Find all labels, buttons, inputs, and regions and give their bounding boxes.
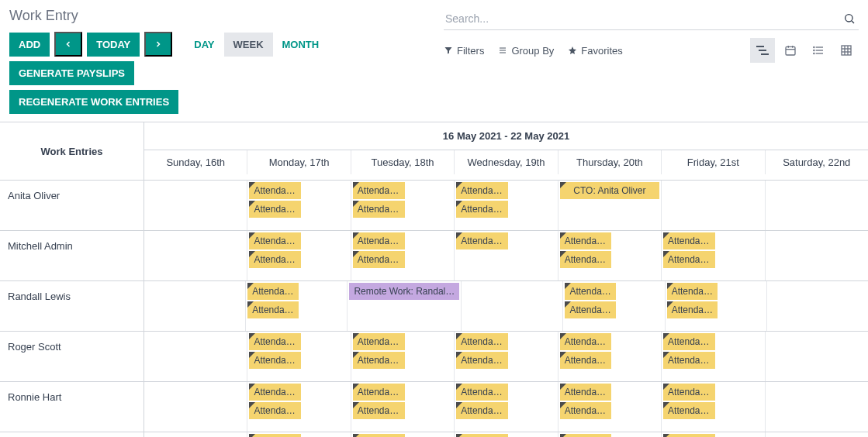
work-entry[interactable]: CTO: Anita Oliver [560,182,659,199]
day-cell[interactable] [144,281,246,331]
view-month-button[interactable]: MONTH [273,33,329,57]
work-entry[interactable]: Attendan… [565,283,616,300]
work-entry[interactable]: Attendan… [249,201,301,218]
day-cell[interactable]: Remote Work: Randal… [348,281,462,331]
work-entry[interactable]: Attendan… [249,333,301,350]
regenerate-work-entries-button[interactable]: REGENERATE WORK ENTRIES [9,90,178,114]
work-entry[interactable]: Attendan… [560,434,612,437]
work-entry[interactable]: Attendan… [353,352,405,369]
work-entry[interactable]: Attendan… [353,232,405,249]
view-week-button[interactable]: WEEK [224,33,273,57]
work-entry[interactable]: Attendan… [353,434,405,437]
day-cell[interactable] [767,281,868,331]
work-entry[interactable]: Attendan… [456,352,508,369]
day-cell[interactable]: Attendan…Attendan… [662,332,765,381]
work-entry[interactable]: Attendan… [456,384,508,401]
search-icon[interactable] [843,12,856,25]
day-cell[interactable]: Attendan…Attendan… [246,281,348,331]
work-entry[interactable]: Attendan… [353,251,405,268]
gantt-view-button[interactable] [750,38,775,63]
day-cell[interactable]: Attendan…Attendan… [351,231,455,280]
work-entry[interactable]: Attendan… [667,283,718,300]
work-entry[interactable]: Attendan… [663,384,715,401]
pivot-view-button[interactable] [834,38,859,63]
view-day-button[interactable]: DAY [185,33,223,57]
day-cell[interactable]: Attendan…Attendan… [247,332,351,381]
day-cell[interactable] [144,432,247,437]
day-cell[interactable]: Attendan…Attendan… [558,432,662,437]
work-entry[interactable]: Attendan… [353,333,405,350]
work-entry[interactable]: Attendan… [456,434,508,437]
day-cell[interactable]: Attendan…Attendan… [247,181,351,230]
next-button[interactable] [144,32,172,57]
work-entry[interactable]: Attendan… [249,352,301,369]
day-cell[interactable] [662,181,765,230]
favorites-button[interactable]: Favorites [568,45,622,57]
day-cell[interactable]: Attendan…Attendan… [455,432,558,437]
day-cell[interactable]: Attendan…Attendan… [662,231,765,280]
work-entry[interactable]: Attendan… [249,232,301,249]
add-button[interactable]: ADD [9,33,50,57]
work-entry[interactable]: Remote Work: Randal… [349,283,459,300]
work-entry[interactable]: Attendan… [456,232,508,249]
day-cell[interactable]: Attendan…Attendan… [558,231,662,280]
work-entry[interactable]: Attendan… [663,333,715,350]
today-button[interactable]: TODAY [87,33,140,57]
list-view-button[interactable] [806,38,831,63]
day-cell[interactable]: Attendan…Attendan… [455,332,558,381]
work-entry[interactable]: Attendan… [667,301,718,318]
work-entry[interactable]: Attendan… [663,402,715,419]
day-cell[interactable] [766,432,868,437]
day-cell[interactable]: Attendan… [455,231,558,280]
day-cell[interactable]: Attendan…Attendan… [455,181,558,230]
day-cell[interactable] [766,181,868,230]
day-cell[interactable] [766,382,868,432]
day-cell[interactable] [144,332,247,381]
day-cell[interactable]: Attendan…Attendan… [351,432,455,437]
work-entry[interactable]: Attendan… [565,301,616,318]
day-cell[interactable]: Attendan…Attendan… [247,432,351,437]
work-entry[interactable]: Attendan… [456,333,508,350]
day-cell[interactable] [766,332,868,381]
work-entry[interactable]: Attendan… [249,434,301,437]
calendar-view-button[interactable] [778,38,803,63]
work-entry[interactable]: Attendan… [249,251,301,268]
day-cell[interactable]: Attendan…Attendan… [351,332,455,381]
day-cell[interactable]: Attendan…Attendan… [558,332,662,381]
search-input[interactable] [444,8,859,29]
day-cell[interactable]: Attendan…Attendan… [662,432,765,437]
day-cell[interactable] [766,231,868,280]
work-entry[interactable]: Attendan… [353,384,405,401]
work-entry[interactable]: Attendan… [560,352,612,369]
day-cell[interactable] [144,181,247,230]
groupby-button[interactable]: Group By [498,45,554,57]
work-entry[interactable]: Attendan… [663,232,715,249]
work-entry[interactable]: Attendan… [249,182,301,199]
work-entry[interactable]: Attendan… [663,352,715,369]
day-cell[interactable]: Attendan…Attendan… [563,281,665,331]
day-cell[interactable]: Attendan…Attendan… [351,181,455,230]
work-entry[interactable]: Attendan… [663,434,715,437]
day-cell[interactable]: CTO: Anita Oliver [558,181,662,230]
work-entry[interactable]: Attendan… [353,182,405,199]
prev-button[interactable] [54,32,82,57]
work-entry[interactable]: Attendan… [353,402,405,419]
day-cell[interactable]: Attendan…Attendan… [351,382,455,432]
work-entry[interactable]: Attendan… [560,232,612,249]
generate-payslips-button[interactable]: GENERATE PAYSLIPS [9,61,134,85]
work-entry[interactable]: Attendan… [456,201,508,218]
day-cell[interactable]: Attendan…Attendan… [247,231,351,280]
work-entry[interactable]: Attendan… [247,301,299,318]
day-cell[interactable]: Attendan…Attendan… [666,281,767,331]
work-entry[interactable]: Attendan… [456,402,508,419]
filters-button[interactable]: Filters [444,45,484,57]
work-entry[interactable]: Attendan… [663,251,715,268]
work-entry[interactable]: Attendan… [249,384,301,401]
work-entry[interactable]: Attendan… [353,201,405,218]
day-cell[interactable] [144,382,247,432]
day-cell[interactable] [462,281,563,331]
day-cell[interactable]: Attendan…Attendan… [558,382,662,432]
work-entry[interactable]: Attendan… [560,402,612,419]
day-cell[interactable]: Attendan…Attendan… [455,382,558,432]
work-entry[interactable]: Attendan… [249,402,301,419]
